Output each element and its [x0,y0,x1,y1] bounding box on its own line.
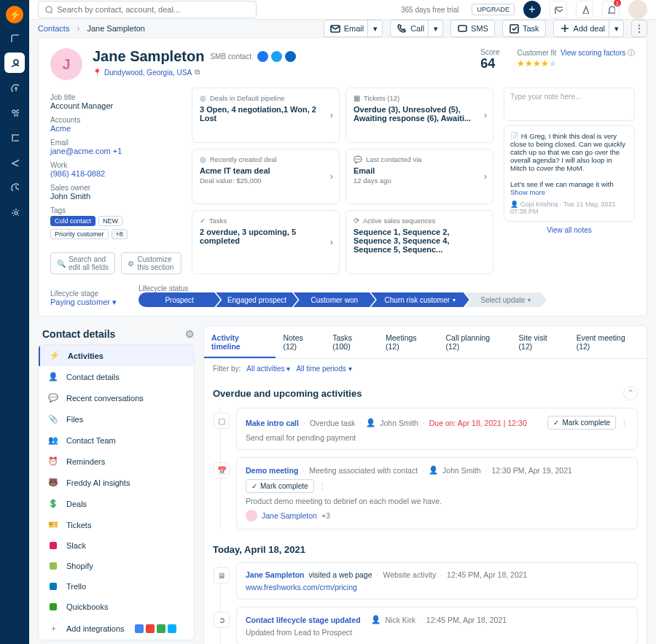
email-button[interactable]: Email▾ [324,20,383,37]
overdue-heading: Overdue and upcoming activities [213,388,362,399]
stage-churn[interactable]: Churn risk customer▾ [371,292,469,307]
sidebar-trello[interactable]: Trello [39,576,194,597]
rail-contacts[interactable] [4,53,25,73]
rail-dashboard[interactable] [4,28,25,48]
chevron-down-icon[interactable]: ▾ [367,20,382,36]
summary-tickets[interactable]: ▦Tickets (12)Overdue (3), Unresolved (5)… [345,88,493,143]
activity-title[interactable]: Make intro call [246,419,299,427]
social-links[interactable] [257,51,296,62]
quick-add-button[interactable]: + [523,1,541,18]
rail-conversations[interactable] [4,127,25,147]
filter-activities[interactable]: All activities ▾ [246,365,290,373]
note-input[interactable]: Type your note here... [504,88,635,121]
global-search[interactable] [38,1,257,18]
view-all-notes-link[interactable]: View all notes [504,226,635,234]
upgrade-button[interactable]: UPGRADE [472,4,515,15]
customer-fit-stars: ★★★★★ [517,58,635,69]
stage-engaged[interactable]: Engaged prospect [216,292,297,307]
sidebar-freddy[interactable]: 🐻Freddy AI insights [39,472,194,493]
twitter-icon[interactable] [271,51,282,62]
add-deal-button[interactable]: Add deal▾ [553,20,624,37]
tag[interactable]: Priority customer [50,229,109,239]
notifications-icon[interactable]: 1 [602,1,620,18]
tab-notes[interactable]: Notes (12) [276,326,325,358]
gear-icon[interactable]: ⚙ [185,328,195,340]
sidebar-conversations[interactable]: 💬Recent conversations [39,387,194,408]
sidebar-quickbooks[interactable]: Quickbooks [39,597,194,617]
stage-prospect[interactable]: Prospect [138,292,220,307]
account-link[interactable]: Acme [50,124,71,133]
tab-site-visit[interactable]: Site visit (12) [512,326,569,358]
search-edit-fields-button[interactable]: 🔍Search and edit all fields [50,252,115,274]
user-avatar[interactable] [628,0,647,19]
slack-icon [50,542,57,549]
sidebar-contact-details[interactable]: 👤Contact details [39,366,194,387]
mark-complete-button[interactable]: ✓ Mark complete [547,416,616,430]
search-input[interactable] [57,5,250,14]
lifecycle-icon: ➲ [214,612,230,628]
scoring-factors-link[interactable]: View scoring factors [561,49,625,57]
summary-tasks[interactable]: ✓Tasks2 overdue, 3 upcoming, 5 completed… [192,210,340,274]
rail-accounts[interactable] [4,102,25,123]
phone-link[interactable]: (986) 418-0882 [50,169,105,178]
sidebar-slack[interactable]: Slack [39,535,194,556]
tab-meetings[interactable]: Meetings (12) [378,326,439,358]
summary-deals[interactable]: ◎Deals in Default pipeline3 Open, 4 nego… [192,88,340,143]
sms-button[interactable]: SMS [450,20,495,37]
more-icon[interactable]: ⋮ [319,482,327,491]
more-icon[interactable]: ⋮ [620,419,628,427]
summary-last-contacted[interactable]: 💬Last contacted viaEmail12 days ago› [345,149,493,205]
location-link[interactable]: Dundywood, Georgia, USA [104,69,192,77]
sidebar-activities[interactable]: ⚡Activities [39,345,194,366]
sidebar-title: Contact details [42,328,115,340]
activity-title[interactable]: Demo meeting [246,466,298,475]
tab-tasks[interactable]: Tasks (100) [325,326,378,358]
sidebar-reminders[interactable]: ⏰Reminders [39,451,194,472]
rail-deals[interactable] [4,77,25,98]
summary-sequences[interactable]: ⟳Active sales sequencesSequence 1, Seque… [345,210,493,274]
collapse-icon[interactable]: ⌃ [623,386,638,400]
app-logo[interactable]: ⚡ [6,6,23,23]
user-icon: 👤 [429,465,438,475]
chevron-right-icon: › [330,110,333,120]
customize-section-button[interactable]: ⚙Customize this section [121,252,181,274]
announcements-icon[interactable] [576,1,593,18]
summary-grid: ◎Deals in Default pipeline3 Open, 4 nego… [192,88,493,274]
summary-recent-deal[interactable]: ◎Recently created dealAcme IT team dealD… [192,149,340,205]
attendee-link[interactable]: Jane Sampleton [262,511,317,520]
call-button[interactable]: Call▾ [390,20,443,37]
copy-icon[interactable]: ⧉ [195,68,200,77]
stage-select[interactable]: Select update▾ [465,292,547,307]
tab-activity[interactable]: Activity timeline [204,326,276,358]
task-button[interactable]: Task [502,20,546,37]
mark-complete-button[interactable]: ✓ Mark complete [246,479,314,493]
sidebar-shopify[interactable]: Shopify [39,556,194,576]
rail-reports[interactable] [4,176,25,197]
tab-event-meeting[interactable]: Event meeting (12) [569,326,647,358]
sidebar-files[interactable]: 📎Files [39,408,194,430]
sidebar-team[interactable]: 👥Contact Team [39,430,194,451]
rail-campaigns[interactable] [4,152,25,172]
sidebar-add-integrations[interactable]: ＋Add integrations [39,617,194,640]
stage-won[interactable]: Customer won [294,292,375,307]
tag-more[interactable]: +8 [112,229,128,239]
tab-call-planning[interactable]: Call planning (12) [438,326,511,358]
more-actions-button[interactable]: ⋮ [631,20,647,37]
url-link[interactable]: www.freshworks.com/crm/pricing [246,583,357,591]
rail-settings[interactable] [4,201,25,222]
sidebar-tickets[interactable]: 🎫Tickets [39,514,194,535]
facebook-icon[interactable] [257,51,268,62]
filter-time[interactable]: All time periods ▾ [296,365,351,373]
inbox-icon[interactable] [550,1,567,18]
sidebar-deals[interactable]: 💲Deals [39,493,194,514]
chevron-down-icon[interactable]: ▾ [609,20,623,36]
email-link[interactable]: jane@acme.com [50,147,111,155]
info-icon[interactable]: ⓘ [628,49,635,57]
lifecycle-stage-dropdown[interactable]: Paying customer ▾ [50,298,117,307]
chevron-down-icon[interactable]: ▾ [428,20,442,36]
linkedin-icon[interactable] [285,51,296,62]
sequence-icon: ⟳ [354,217,359,225]
breadcrumb-contacts[interactable]: Contacts [38,24,69,33]
tag[interactable]: Cold contact [50,216,95,226]
tag[interactable]: NEW [98,216,122,226]
